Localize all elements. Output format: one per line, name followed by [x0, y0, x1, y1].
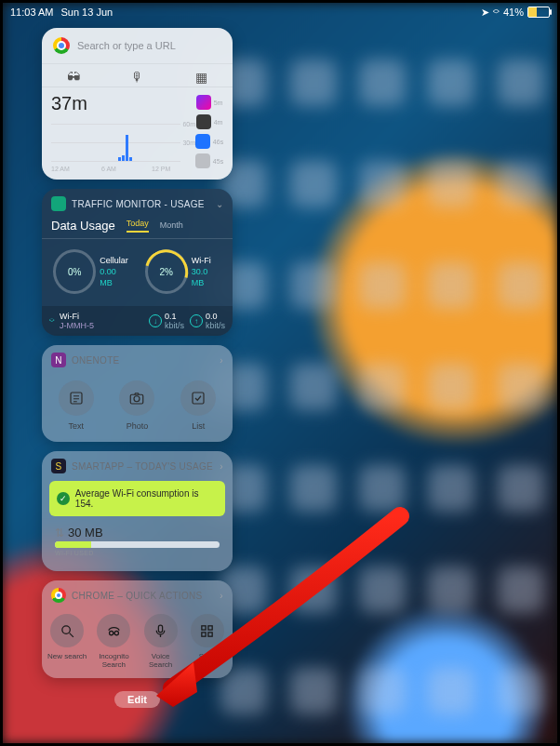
onenote-photo-button[interactable]: Photo	[119, 380, 154, 431]
svg-point-10	[114, 631, 118, 634]
widget-header: TRAFFIC MONITOR - USAGE ⌄	[42, 189, 233, 217]
qa-scan[interactable]: Scan	[186, 614, 229, 669]
edit-button[interactable]: Edit	[114, 691, 160, 708]
svg-point-9	[109, 631, 113, 634]
mic-icon[interactable]: 🎙	[131, 70, 144, 85]
battery-pct: 41%	[503, 7, 524, 18]
qr-icon[interactable]: ▦	[195, 70, 207, 85]
chevron-down-icon[interactable]: ⌄	[216, 199, 223, 209]
chevron-right-icon[interactable]: ›	[220, 355, 223, 366]
smartapp-banner: ✓ Average Wi-Fi consumption is 154.	[49, 481, 225, 516]
onenote-app-icon: N	[51, 353, 66, 367]
wifi-gauge: 2% Wi-Fi30.0 MB	[145, 246, 221, 297]
up-arrow-icon: ↑	[190, 314, 203, 327]
incognito-icon[interactable]: 🕶	[67, 70, 80, 85]
svg-point-5	[134, 396, 140, 402]
smartapp-app-icon: S	[51, 459, 66, 473]
svg-rect-6	[193, 393, 204, 404]
cellular-gauge: 0% Cellular0.00 MB	[53, 246, 129, 297]
location-icon: ➤	[481, 7, 489, 19]
wifi-icon: ⌔	[493, 7, 500, 18]
incognito-icon	[97, 614, 130, 647]
svg-rect-17	[208, 632, 212, 635]
svg-rect-12	[159, 625, 163, 633]
widget-title: SMARTAPP – TODAY'S USAGE	[72, 461, 213, 472]
chevron-right-icon[interactable]: ›	[220, 591, 223, 601]
search-icon	[50, 614, 84, 647]
chrome-icon	[51, 588, 66, 603]
status-date: Sun 13 Jun	[60, 7, 113, 18]
chrome-search-bar[interactable]: Search or type a URL	[42, 28, 233, 64]
qa-voice[interactable]: Voice Search	[140, 614, 182, 669]
chrome-shortcut-row: 🕶 🎙 ▦	[42, 64, 233, 87]
smartapp-widget[interactable]: S SMARTAPP – TODAY'S USAGE › ✓ Average W…	[42, 451, 233, 571]
svg-line-8	[69, 633, 73, 636]
screentime-value: 37m	[51, 93, 195, 114]
onenote-text-button[interactable]: Text	[59, 380, 94, 431]
wifi-small-icon: ⌔	[49, 316, 54, 326]
chevron-right-icon[interactable]: ›	[220, 461, 223, 472]
svg-point-7	[61, 625, 70, 633]
search-placeholder: Search or type a URL	[77, 40, 176, 51]
text-icon	[59, 380, 94, 416]
mic-icon	[144, 614, 178, 647]
status-time: 11:03 AM	[10, 7, 53, 18]
widget-title: TRAFFIC MONITOR - USAGE	[72, 199, 205, 209]
smartapp-usage: ⇅30 MB WI-FI USED	[49, 522, 225, 562]
traffic-monitor-widget[interactable]: TRAFFIC MONITOR - USAGE ⌄ Data Usage Tod…	[42, 189, 233, 336]
traffic-footer: ⌔ Wi-FiJ-MMH-5 ↓0.1kbit/s ↑0.0kbit/s	[42, 306, 233, 336]
swap-icon: ⇅	[55, 526, 64, 540]
data-usage-heading: Data Usage	[51, 219, 115, 233]
onenote-widget[interactable]: N ONENOTE › Text Photo List	[42, 345, 233, 442]
chrome-icon	[53, 37, 70, 54]
tab-month[interactable]: Month	[160, 220, 183, 233]
screentime-widget[interactable]: 37m 60m 30m 12 AM 6 AM 12 PM 5m4m46s45s	[42, 87, 233, 180]
traffic-app-icon	[51, 196, 66, 211]
check-icon: ✓	[57, 492, 70, 505]
widget-title: CHROME – QUICK ACTIONS	[72, 591, 203, 601]
today-view-stack[interactable]: Search or type a URL 🕶 🎙 ▦ 37m 60m 30m 1…	[42, 28, 233, 708]
checkbox-icon	[180, 380, 216, 416]
svg-rect-16	[202, 632, 206, 635]
onenote-list-button[interactable]: List	[180, 380, 216, 431]
qr-scan-icon	[191, 614, 224, 647]
svg-rect-14	[202, 625, 206, 629]
status-bar: 11:03 AM Sun 13 Jun ➤ ⌔ 41%	[3, 3, 557, 21]
battery-icon	[527, 7, 550, 18]
camera-icon	[119, 380, 154, 416]
chrome-quick-actions-widget[interactable]: CHROME – QUICK ACTIONS › New search Inco…	[42, 580, 233, 678]
chrome-search-widget[interactable]: Search or type a URL 🕶 🎙 ▦ 37m 60m 30m 1…	[42, 28, 233, 180]
svg-rect-15	[208, 625, 212, 629]
tab-today[interactable]: Today	[127, 219, 149, 233]
widget-title: ONENOTE	[72, 355, 120, 366]
down-arrow-icon: ↓	[149, 314, 162, 327]
screentime-chart: 60m 30m 12 AM 6 AM 12 PM	[51, 118, 195, 172]
qa-incognito[interactable]: Incognito Search	[92, 614, 135, 669]
qa-new-search[interactable]: New search	[46, 614, 88, 669]
